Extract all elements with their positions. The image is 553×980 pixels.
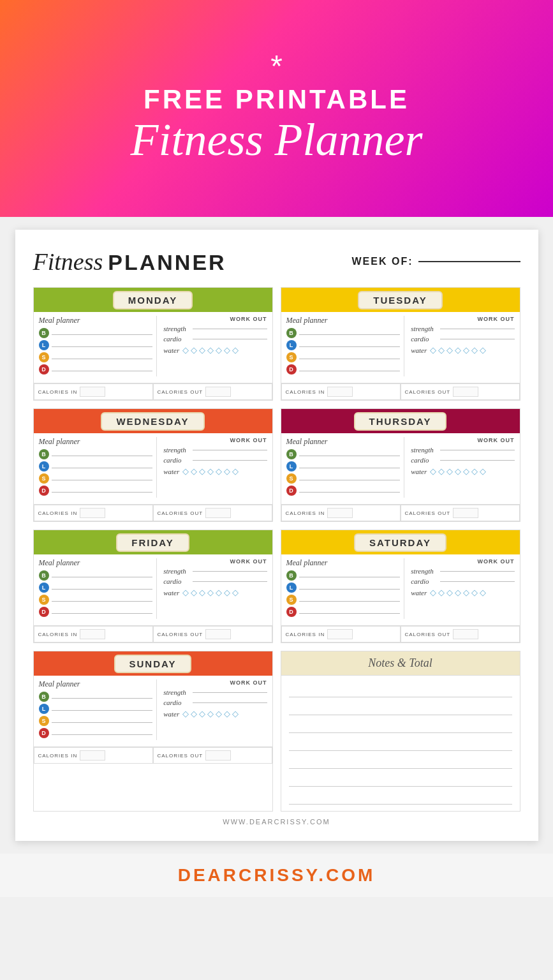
meal-icon-s: S [286,352,297,362]
water-drop-icon: ◇ [480,588,486,597]
meal-icon-l: L [286,583,297,593]
water-drop-icon: ◇ [224,588,230,597]
meal-section: Meal plannerBLSD [39,437,158,498]
note-line[interactable] [289,681,512,697]
header-banner: * FREE PRINTABLE Fitness Planner [0,0,553,217]
day-header-wednesday: WEDNESDAY [34,409,272,433]
meal-row-l: L [39,461,153,471]
calories-in-label: CALORIES IN [38,510,78,516]
note-line[interactable] [289,734,512,751]
meal-line [299,468,401,468]
day-header-thursday: THURSDAY [281,409,520,433]
day-body: Meal plannerBLSDWORK OUTstrengthcardiowa… [281,433,520,501]
calories-value-box[interactable] [327,387,353,397]
calories-value-box[interactable] [80,629,105,639]
calories-in-box: CALORIES IN [281,626,401,642]
meal-row-s: S [286,473,401,484]
workout-type-strength: strength [163,325,190,332]
water-drop-icon: ◇ [199,709,205,718]
workout-type-cardio: cardio [411,335,438,343]
meal-label: Meal planner [39,316,153,325]
note-line[interactable] [289,716,512,733]
meal-line [52,492,153,493]
meal-row-l: L [39,704,153,714]
meal-row-d: D [286,607,401,617]
calories-value-box[interactable] [327,508,353,518]
day-body: Meal plannerBLSDWORK OUTstrengthcardiowa… [281,312,520,380]
workout-row-cardio: cardio [411,335,514,343]
water-drop-icon: ◇ [224,345,230,355]
meal-label: Meal planner [286,558,401,568]
meal-icon-d: D [286,486,297,496]
calories-value-box[interactable] [205,387,231,397]
meal-section: Meal plannerBLSD [286,316,405,376]
water-drop-icon: ◇ [224,466,230,476]
meal-icon-d: D [39,728,49,738]
calories-in-box: CALORIES IN [34,383,153,400]
meal-line [52,601,153,602]
calories-out-label: CALORIES OUT [405,510,451,516]
workout-type-strength: strength [411,567,438,575]
calories-value-box[interactable] [205,750,231,761]
workout-type-strength: strength [163,567,190,575]
meal-icon-d: D [286,364,297,375]
day-body: Meal plannerBLSDWORK OUTstrengthcardiowa… [281,554,520,623]
calories-value-box[interactable] [80,750,105,761]
meal-label: Meal planner [39,437,153,447]
day-card-saturday: SATURDAYMeal plannerBLSDWORK OUTstrength… [281,530,520,643]
workout-label: WORK OUT [163,437,267,443]
calories-value-box[interactable] [205,508,231,518]
water-drop-icon: ◇ [216,466,222,476]
calories-value-box[interactable] [205,629,231,639]
note-line[interactable] [289,752,512,769]
calories-out-label: CALORIES OUT [405,389,451,395]
calories-value-box[interactable] [80,387,105,397]
water-drop-icon: ◇ [199,588,205,597]
meal-row-s: S [286,352,401,362]
water-row: water◇◇◇◇◇◇◇ [411,588,514,597]
workout-line [193,581,267,582]
meal-line [52,371,153,371]
free-printable-text: FREE PRINTABLE [144,84,409,115]
workout-label: WORK OUT [163,558,267,565]
water-label: water [411,589,427,597]
note-line[interactable] [289,788,512,805]
calories-value-box[interactable] [80,508,105,518]
calories-value-box[interactable] [453,508,478,518]
workout-section: WORK OUTstrengthcardiowater◇◇◇◇◇◇◇ [408,437,514,498]
workout-row-strength: strength [411,567,514,575]
water-drop-icon: ◇ [199,345,205,355]
workout-section: WORK OUTstrengthcardiowater◇◇◇◇◇◇◇ [161,437,267,498]
footer-brand: DEARCRISSY.COM [0,854,553,897]
day-body: Meal plannerBLSDWORK OUTstrengthcardiowa… [34,554,272,623]
notes-lines [281,676,520,811]
workout-type-strength: strength [163,446,190,454]
water-drop-icon: ◇ [480,466,486,476]
calories-row: CALORIES INCALORIES OUT [281,504,520,521]
water-drop-icon: ◇ [455,345,461,355]
water-label: water [411,468,427,475]
calories-value-box[interactable] [453,387,478,397]
water-drop-icon: ◇ [463,466,469,476]
meal-icon-b: B [39,570,49,581]
workout-line [440,329,514,329]
water-drop-icon: ◇ [191,345,197,355]
water-drop-icon: ◇ [471,345,478,355]
calories-row: CALORIES INCALORIES OUT [281,383,520,400]
water-drop-icon: ◇ [455,466,461,476]
workout-line [440,460,514,461]
workout-type-strength: strength [411,325,438,332]
calories-value-box[interactable] [453,629,478,639]
day-body: Meal plannerBLSDWORK OUTstrengthcardiowa… [34,433,272,501]
workout-type-strength: strength [163,688,190,696]
note-line[interactable] [289,770,512,787]
planner-document: Fitness PLANNER WEEK OF: MONDAYMeal plan… [15,230,538,841]
meal-row-s: S [39,473,153,484]
meal-row-b: B [39,692,153,702]
calories-out-box: CALORIES OUT [153,505,272,521]
calories-value-box[interactable] [327,629,353,639]
meal-icon-s: S [39,595,49,605]
day-name-badge: WEDNESDAY [101,412,204,431]
note-line[interactable] [289,699,512,715]
calories-in-label: CALORIES IN [38,753,78,759]
